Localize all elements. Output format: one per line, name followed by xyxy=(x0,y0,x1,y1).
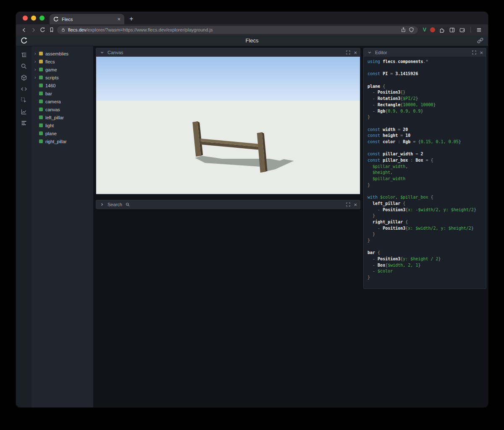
code-line: with $color, $pillar_box { xyxy=(368,194,482,201)
chevron-down-icon[interactable] xyxy=(367,50,373,55)
code-line: left_pillar { xyxy=(368,201,482,207)
expand-caret-icon[interactable]: › xyxy=(34,59,39,64)
code-line: - Rectangle{10000, 10000} xyxy=(368,102,482,108)
close-window-button[interactable] xyxy=(23,16,28,21)
tree-item-camera[interactable]: camera xyxy=(32,97,93,105)
tree-item-flecs[interactable]: ›flecs xyxy=(32,58,93,66)
expand-caret-icon[interactable]: › xyxy=(34,75,39,80)
editor-panel-title: Editor xyxy=(375,50,387,55)
tree-item-1460[interactable]: 1460 xyxy=(32,81,93,89)
code-line xyxy=(368,188,482,194)
wallet-icon[interactable] xyxy=(459,27,465,33)
entities-cube-icon[interactable] xyxy=(20,74,27,81)
code-line: const width = 20 xyxy=(368,127,482,133)
back-icon[interactable] xyxy=(19,26,29,34)
bookmark-icon[interactable] xyxy=(47,26,56,34)
window-controls xyxy=(23,16,45,21)
close-panel-icon[interactable]: × xyxy=(354,202,357,207)
lock-icon xyxy=(61,27,66,32)
editor-column: Editor × using flecs.components.* const … xyxy=(363,46,486,407)
tree-item-canvas[interactable]: canvas xyxy=(32,105,93,113)
code-line: const height = 10 xyxy=(368,133,482,139)
code-line: - Position3{y: $height / 2} xyxy=(368,256,482,262)
chevron-down-icon[interactable] xyxy=(99,50,105,55)
code-line: - Position3{} xyxy=(368,89,482,96)
entity-color-square xyxy=(39,92,43,95)
tab-close-icon[interactable]: × xyxy=(117,16,121,22)
brave-shield-icon[interactable] xyxy=(409,27,414,33)
entity-label: right_pillar xyxy=(45,139,67,144)
search-icon[interactable] xyxy=(20,63,27,70)
extension-puzzle-icon[interactable] xyxy=(439,27,445,33)
tree-item-light[interactable]: light xyxy=(32,121,93,129)
code-line: - Position3{x: $width/2, y: $height/2} xyxy=(368,225,482,232)
canvas-panel-header[interactable]: Canvas × xyxy=(96,48,360,57)
code-line: const pillar_box : Box = { xyxy=(368,157,482,164)
code-line: $pillar_width, xyxy=(368,164,482,170)
inspect-icon[interactable] xyxy=(20,97,27,104)
code-line: - Rgb{0.9, 0.9, 0.9} xyxy=(368,108,482,115)
code-line: } xyxy=(368,231,482,238)
new-tab-button[interactable]: + xyxy=(129,16,133,22)
scene-ground xyxy=(96,101,360,194)
tab-title: Flecs xyxy=(62,17,114,22)
expand-panel-icon[interactable] xyxy=(345,50,351,55)
tree-item-assemblies[interactable]: ›assemblies xyxy=(32,50,93,58)
menu-icon[interactable] xyxy=(476,27,482,33)
code-line xyxy=(368,77,482,84)
tree-item-plane[interactable]: plane xyxy=(32,129,93,137)
share-link-icon[interactable] xyxy=(477,37,483,44)
forward-icon[interactable] xyxy=(29,26,38,34)
chevron-right-icon[interactable] xyxy=(99,202,105,207)
zoom-window-button[interactable] xyxy=(39,16,45,21)
editor-panel-header[interactable]: Editor × xyxy=(364,48,486,57)
page-title: Flecs xyxy=(16,37,488,44)
scene-sky xyxy=(96,57,360,101)
entity-label: scripts xyxy=(45,75,59,80)
reload-icon[interactable] xyxy=(38,26,47,34)
share-icon[interactable] xyxy=(401,27,406,33)
browser-tab-bar: Flecs × + xyxy=(16,12,488,24)
expand-panel-icon[interactable] xyxy=(471,50,477,55)
side-panel-icon[interactable] xyxy=(449,27,455,33)
code-editor[interactable]: using flecs.components.* const PI = 3.14… xyxy=(364,57,486,288)
close-panel-icon[interactable]: × xyxy=(354,50,357,55)
app-main: ›assemblies›flecs›game›scripts1460barcam… xyxy=(16,46,488,407)
tab-favicon-flecs-icon xyxy=(53,16,59,22)
entity-label: plane xyxy=(45,131,57,136)
search-panel-title: Search xyxy=(108,202,122,207)
entity-color-square xyxy=(39,131,43,135)
expand-caret-icon[interactable]: › xyxy=(34,67,39,72)
tree-item-game[interactable]: ›game xyxy=(32,66,93,73)
code-line: const pillar_width = 2 xyxy=(368,151,482,157)
search-panel: Search × xyxy=(96,200,360,209)
code-line: - Position3{x: -$width/2, y: $height/2} xyxy=(368,207,482,213)
tree-item-right_pillar[interactable]: right_pillar xyxy=(32,137,93,145)
search-panel-header[interactable]: Search × xyxy=(96,200,360,209)
flecs-logo-icon[interactable] xyxy=(21,37,28,44)
minimize-window-button[interactable] xyxy=(31,16,36,21)
entity-tree: ›assemblies›flecs›game›scripts1460barcam… xyxy=(32,46,93,407)
code-icon[interactable] xyxy=(20,85,27,92)
code-line: - Rotation3{$PI/2} xyxy=(368,96,482,102)
extension-v-icon[interactable]: V xyxy=(423,27,426,33)
stats-icon[interactable] xyxy=(20,119,27,126)
chart-icon[interactable] xyxy=(20,108,27,115)
canvas-3d-view[interactable] xyxy=(96,57,360,194)
url-host: flecs.dev xyxy=(68,27,86,32)
url-bar[interactable]: flecs.dev/explorer/?wasm=https://www.fle… xyxy=(57,26,418,34)
code-line: plane { xyxy=(368,84,482,90)
browser-tab[interactable]: Flecs × xyxy=(50,14,124,24)
entity-label: assemblies xyxy=(45,51,68,56)
close-panel-icon[interactable]: × xyxy=(480,50,483,55)
code-line: } xyxy=(368,213,482,219)
extension-red-icon[interactable] xyxy=(430,27,435,32)
tree-item-left_pillar[interactable]: left_pillar xyxy=(32,113,93,121)
tree-item-bar[interactable]: bar xyxy=(32,89,93,97)
expand-caret-icon[interactable]: › xyxy=(34,51,39,56)
tree-item-scripts[interactable]: ›scripts xyxy=(32,73,93,81)
outliner-icon[interactable] xyxy=(20,51,27,58)
code-line xyxy=(368,65,482,71)
expand-panel-icon[interactable] xyxy=(345,202,351,207)
code-line: - Box{$width, 2, 1} xyxy=(368,262,482,269)
